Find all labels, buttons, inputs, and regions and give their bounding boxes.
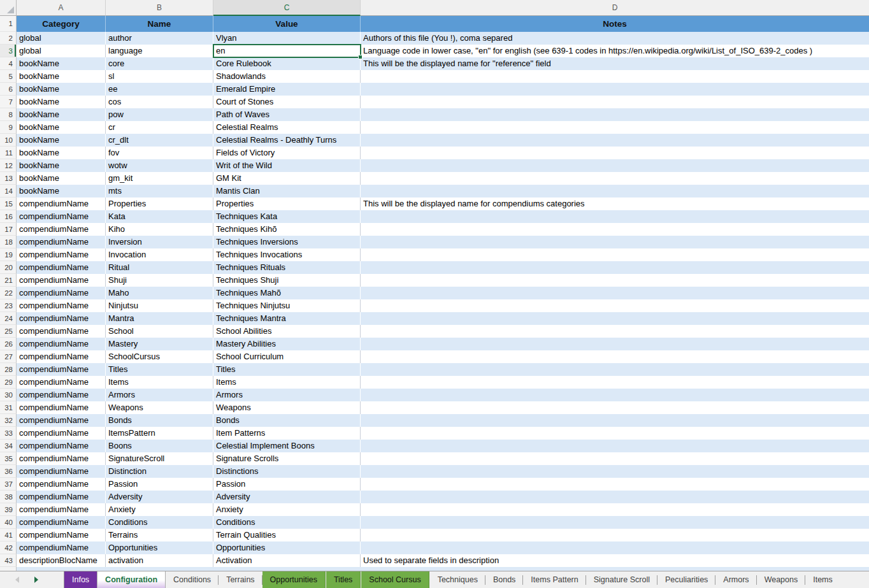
row-header[interactable]: 43: [0, 554, 17, 567]
sheet-tab-conditions[interactable]: Conditions: [166, 571, 219, 588]
row-header[interactable]: 8: [0, 108, 17, 121]
select-all-button[interactable]: [0, 0, 17, 16]
cell-name[interactable]: Distinction: [106, 465, 213, 478]
cell-category[interactable]: bookName: [17, 147, 106, 159]
cell-category[interactable]: compendiumName: [17, 350, 106, 363]
cell-name[interactable]: Opportunities: [106, 541, 213, 554]
cell-value[interactable]: School Abilities: [213, 325, 361, 338]
cell-name[interactable]: gm_kit: [106, 172, 213, 185]
row-header[interactable]: 30: [0, 389, 17, 401]
cell-category[interactable]: compendiumName: [17, 491, 106, 503]
row-header[interactable]: 20: [0, 261, 17, 274]
header-cell-value[interactable]: Value: [213, 16, 361, 32]
cell-name[interactable]: Maho: [106, 287, 213, 299]
cell-notes[interactable]: [361, 287, 869, 299]
cell-value[interactable]: School Curriculum: [213, 350, 361, 363]
row-header[interactable]: 13: [0, 172, 17, 185]
cell-category[interactable]: compendiumName: [17, 338, 106, 350]
cell-name[interactable]: cr_dlt: [106, 134, 213, 147]
row-header[interactable]: 42: [0, 541, 17, 554]
cell-notes[interactable]: This will be the displayed name for "ref…: [361, 57, 869, 70]
cell-category[interactable]: compendiumName: [17, 401, 106, 414]
cell-notes[interactable]: [361, 83, 869, 96]
row-header[interactable]: 2: [0, 32, 17, 45]
cell-name[interactable]: Bonds: [106, 414, 213, 427]
cell-category[interactable]: bookName: [17, 70, 106, 83]
cell-notes[interactable]: [361, 376, 869, 389]
cell-value[interactable]: Armors: [213, 389, 361, 401]
cell-notes[interactable]: [361, 503, 869, 516]
sheet-tab-items-pattern[interactable]: Items Pattern: [523, 571, 585, 588]
cell-value[interactable]: Techniques Inversions: [213, 236, 361, 248]
previous-sheet-arrow-icon[interactable]: [15, 577, 19, 583]
cell-value[interactable]: Techniques Mahõ: [213, 287, 361, 299]
header-cell-notes[interactable]: Notes: [361, 16, 869, 32]
cell-notes[interactable]: [361, 414, 869, 427]
cell-category[interactable]: compendiumName: [17, 312, 106, 325]
cell-notes[interactable]: [361, 108, 869, 121]
cell-value[interactable]: Celestial Implement Boons: [213, 440, 361, 452]
cell-value[interactable]: Emerald Empire: [213, 83, 361, 96]
cell-notes[interactable]: [361, 478, 869, 491]
cell-value[interactable]: Techniques Shuji: [213, 274, 361, 287]
sheet-tab-configuration[interactable]: Configuration: [97, 571, 166, 588]
cell-value[interactable]: Court of Stones: [213, 96, 361, 108]
cell-value[interactable]: GM Kit: [213, 172, 361, 185]
cell-name[interactable]: Mantra: [106, 312, 213, 325]
row-header[interactable]: 9: [0, 121, 17, 134]
cell-value[interactable]: Techniques Invocations: [213, 248, 361, 261]
row-header[interactable]: 4: [0, 57, 17, 70]
cell-name[interactable]: Conditions: [106, 516, 213, 529]
row-header[interactable]: 3: [0, 45, 17, 57]
row-header[interactable]: 37: [0, 478, 17, 491]
cell-name[interactable]: fov: [106, 147, 213, 159]
cell-name[interactable]: Weapons: [106, 401, 213, 414]
sheet-tab-armors[interactable]: Armors: [715, 571, 756, 588]
cell-value[interactable]: Techniques Kihõ: [213, 223, 361, 236]
cell-name[interactable]: Shuji: [106, 274, 213, 287]
cell-notes[interactable]: Authors of this file (You !), coma separ…: [361, 32, 869, 45]
cell-name[interactable]: mts: [106, 185, 213, 197]
cell-category[interactable]: global: [17, 45, 106, 57]
cell-notes[interactable]: [361, 541, 869, 554]
cell-notes[interactable]: [361, 96, 869, 108]
row-header[interactable]: 25: [0, 325, 17, 338]
cell-name[interactable]: Mastery: [106, 338, 213, 350]
cell-notes[interactable]: [361, 350, 869, 363]
cell-notes[interactable]: [361, 185, 869, 197]
cell-notes[interactable]: Used to separate fields in description: [361, 554, 869, 567]
cell-name[interactable]: Armors: [106, 389, 213, 401]
cell-value[interactable]: Path of Waves: [213, 108, 361, 121]
sheet-tab-school-cursus[interactable]: School Cursus: [361, 571, 429, 588]
row-header[interactable]: 23: [0, 299, 17, 312]
cell-name[interactable]: Ritual: [106, 261, 213, 274]
cell-name[interactable]: Kata: [106, 210, 213, 223]
cell-name[interactable]: sl: [106, 70, 213, 83]
cell-name[interactable]: author: [106, 32, 213, 45]
cell-name[interactable]: core: [106, 57, 213, 70]
row-header[interactable]: 11: [0, 147, 17, 159]
cell-name[interactable]: Inversion: [106, 236, 213, 248]
cell-category[interactable]: compendiumName: [17, 210, 106, 223]
column-header-c[interactable]: C: [213, 0, 361, 16]
cell-name[interactable]: Boons: [106, 440, 213, 452]
cell-name[interactable]: Properties: [106, 197, 213, 210]
cell-category[interactable]: compendiumName: [17, 274, 106, 287]
cell-name[interactable]: pow: [106, 108, 213, 121]
cell-category[interactable]: bookName: [17, 159, 106, 172]
cell-notes[interactable]: [361, 121, 869, 134]
row-header[interactable]: 40: [0, 516, 17, 529]
cell-value[interactable]: Activation: [213, 554, 361, 567]
cell-value[interactable]: Distinctions: [213, 465, 361, 478]
cell-category[interactable]: compendiumName: [17, 197, 106, 210]
row-header[interactable]: 10: [0, 134, 17, 147]
cell-category[interactable]: compendiumName: [17, 478, 106, 491]
cell-notes[interactable]: [361, 236, 869, 248]
cell-notes[interactable]: [361, 172, 869, 185]
row-header[interactable]: 6: [0, 83, 17, 96]
cell-category[interactable]: compendiumName: [17, 427, 106, 440]
cell-category[interactable]: compendiumName: [17, 287, 106, 299]
cell-category[interactable]: compendiumName: [17, 529, 106, 541]
row-header[interactable]: 14: [0, 185, 17, 197]
cell-value[interactable]: Signature Scrolls: [213, 452, 361, 465]
